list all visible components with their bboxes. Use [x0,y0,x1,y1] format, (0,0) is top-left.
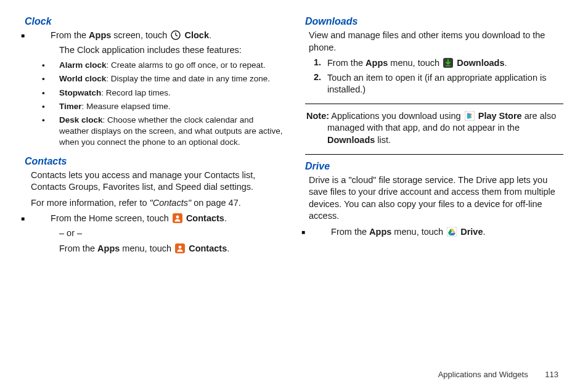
svg-point-4 [176,216,179,219]
ref: "Contacts" [150,198,192,208]
text: . [505,58,507,68]
right-column: Downloads View and manage files and othe… [294,16,563,365]
feature-world: World clock: Display the time and date i… [25,73,283,84]
text: menu, touch [388,58,442,68]
text: . [227,243,229,253]
drive-icon [447,227,457,237]
label: Timer [59,102,82,111]
text: : Display the time and date in any time … [106,74,270,83]
text: : Create alarms to go off once, or to re… [107,60,266,70]
downloads-label: Downloads [457,58,504,68]
page: Clock From the Apps screen, touch Clock.… [0,0,588,370]
drive-heading: Drive [305,161,563,172]
text: From the [51,30,89,40]
feature-timer: Timer: Measure elapsed time. [25,101,283,112]
footer-section: Applications and Widgets [438,370,528,379]
text: From the Home screen, touch [51,213,171,223]
text: menu, touch [120,243,174,253]
apps-label: Apps [369,227,391,237]
text: . [209,30,211,40]
clock-icon [171,30,181,40]
text: For more information, refer to [31,198,150,208]
divider [305,104,563,104]
text: Applications you download using [329,111,463,121]
drive-label: Drive [460,227,483,237]
text: on page 47. [191,198,241,208]
text: : Record lap times. [101,88,171,97]
step-number: 1. [314,57,327,70]
label: Stopwatch [59,88,101,97]
apps-label: Apps [89,30,111,40]
contacts-p1: Contacts lets you access and manage your… [31,169,283,194]
page-footer: Applications and Widgets 113 [0,370,588,379]
downloads-step-1: 1. From the Apps menu, touch Downloads. [314,57,563,70]
step-text: Touch an item to open it (if an appropri… [327,72,563,96]
drive-step-1: From the Apps menu, touch Drive. [311,226,563,239]
downloads-label: Downloads [327,135,375,145]
page-number: 113 [545,370,558,379]
apps-label: Apps [97,243,120,253]
downloads-p1: View and manage files and other items yo… [309,30,563,54]
clock-heading: Clock [25,16,283,27]
apps-label: Apps [365,58,388,68]
play-store-icon [465,111,475,121]
text: From the [331,227,369,237]
contacts-label: Contacts [186,213,224,223]
divider [305,154,563,155]
drive-p1: Drive is a "cloud" file storage service.… [309,174,563,223]
note-label: Note: [306,111,329,121]
left-column: Clock From the Apps screen, touch Clock.… [25,16,294,365]
text: screen, touch [111,30,169,40]
contacts-label: Contacts [189,243,227,253]
downloads-step-2: 2. Touch an item to open it (if an appro… [314,72,563,96]
label: Desk clock [59,115,103,125]
contacts-or: – or – [25,227,283,240]
contacts-step-2: From the Apps menu, touch Contacts. [25,243,283,255]
text: . [483,227,486,237]
downloads-note: Note: Applications you download using Pl… [306,110,562,147]
contacts-icon [175,243,185,253]
play-store-label: Play Store [478,111,522,121]
contacts-p2: For more information, refer to "Contacts… [31,197,283,210]
text: list. [375,135,391,145]
contacts-step-1: From the Home screen, touch Contacts. [31,213,283,225]
feature-alarm: Alarm clock: Create alarms to go off onc… [25,60,283,71]
clock-step-1: From the Apps screen, touch Clock. [31,30,283,42]
downloads-icon [443,58,453,68]
text: menu, touch [391,227,446,237]
label: Alarm clock [59,60,107,70]
label: World clock [59,74,106,83]
svg-point-6 [179,246,182,249]
text: . [224,213,227,223]
feature-stopwatch: Stopwatch: Record lap times. [25,88,283,99]
text: From the [59,243,97,253]
contacts-heading: Contacts [25,156,283,167]
svg-rect-8 [446,65,451,67]
contacts-icon [173,213,182,223]
clock-label: Clock [184,30,209,40]
step-text: From the Apps menu, touch Downloads. [327,57,563,70]
downloads-heading: Downloads [305,16,563,27]
step-number: 2. [314,72,327,96]
text: From the [327,58,365,68]
clock-features-intro: The Clock application includes these fea… [25,44,283,57]
feature-desk: Desk clock: Choose whether the clock cal… [25,115,283,149]
text: : Measure elapsed time. [82,102,171,111]
